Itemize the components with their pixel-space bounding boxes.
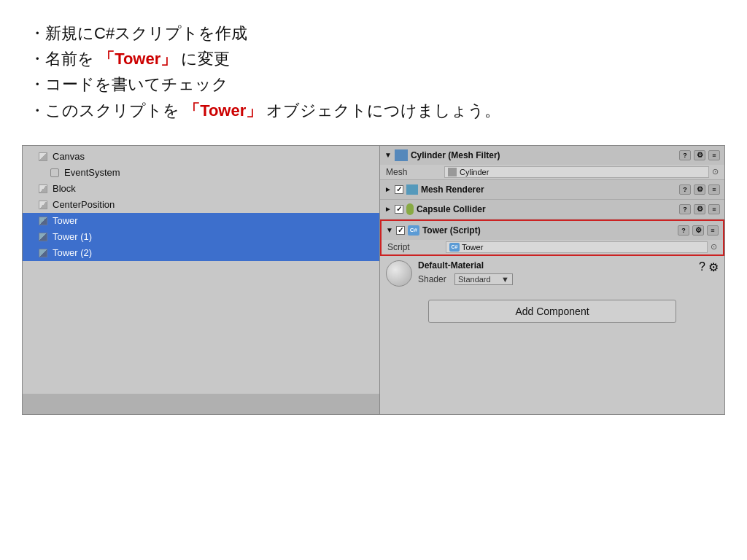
mesh-label: Mesh [386, 167, 444, 177]
mesh-renderer-icon [406, 184, 418, 195]
help-icon-mesh[interactable]: ? [679, 150, 691, 160]
cube-icon-tower1 [37, 231, 49, 243]
mesh-renderer-title: Mesh Renderer [421, 184, 484, 195]
settings-icon-capsule[interactable]: ⚙ [694, 204, 705, 214]
instruction-2: ・名前を 「Tower」 に変更 [29, 46, 718, 71]
material-ball [386, 260, 412, 287]
help-icon-renderer[interactable]: ? [679, 184, 691, 195]
hierarchy-label-eventsystem: EventSystem [64, 167, 120, 178]
gear-icon-capsule[interactable]: ≡ [708, 204, 720, 214]
cube-icon-center [37, 199, 49, 211]
gear-icon-material[interactable]: ⚙ [708, 260, 719, 274]
mesh-filter-title: Cylinder (Mesh Filter) [411, 150, 500, 160]
script-label: Script [387, 242, 446, 252]
highlight-tower-2: 「Tower」 [184, 101, 262, 120]
script-value-text: Tower [462, 243, 483, 252]
capsule-collider-section: ► ✓ Capsule Collider ? ⚙ ≡ [380, 200, 724, 219]
instruction-4: ・このスクリプトを 「Tower」 オブジェクトにつけましょう。 [29, 98, 718, 123]
collapse-arrow-capsule: ► [384, 205, 392, 213]
cube-icon [37, 151, 49, 163]
cube-icon-tower2 [37, 247, 49, 259]
instruction-3: ・コードを書いてチェック [29, 71, 718, 97]
mesh-filter-header[interactable]: ▼ Cylinder (Mesh Filter) ? ⚙ ≡ [380, 146, 724, 165]
mesh-filter-icons: ? ⚙ ≡ [679, 150, 720, 160]
mesh-extra-icon: ⊙ [712, 167, 719, 176]
tower-script-title: Tower (Script) [422, 225, 481, 236]
capsule-collider-header[interactable]: ► ✓ Capsule Collider ? ⚙ ≡ [380, 200, 724, 219]
material-info: Default-Material Shader Standard ▼ [418, 260, 693, 285]
hierarchy-label-tower: Tower [53, 215, 78, 226]
mesh-renderer-section: ► ✓ Mesh Renderer ? ⚙ ≡ [380, 180, 724, 200]
mesh-renderer-icons: ? ⚙ ≡ [679, 184, 720, 195]
hierarchy-item-tower2[interactable]: Tower (2) [23, 245, 379, 261]
script-value: C# Tower [446, 241, 708, 253]
hierarchy-list: Canvas EventSystem Block CenterPosition [23, 146, 379, 261]
help-icon-capsule[interactable]: ? [679, 204, 691, 214]
hierarchy-bottom-bar [23, 394, 379, 414]
csharp-icon: C# [408, 225, 419, 236]
capsule-collider-title: Capsule Collider [417, 204, 486, 214]
material-name: Default-Material [418, 260, 693, 271]
settings-icon-mesh[interactable]: ⚙ [694, 150, 705, 160]
hierarchy-item-tower[interactable]: Tower [23, 213, 379, 229]
hierarchy-item-canvas[interactable]: Canvas [23, 149, 379, 165]
mesh-filter-icon [395, 149, 408, 161]
hierarchy-item-centerposition[interactable]: CenterPosition [23, 197, 379, 213]
mesh-renderer-header[interactable]: ► ✓ Mesh Renderer ? ⚙ ≡ [380, 180, 724, 199]
gear-icon-mesh[interactable]: ≡ [708, 150, 720, 160]
help-icon-material[interactable]: ? [699, 260, 705, 273]
settings-icon-tower[interactable]: ⚙ [692, 225, 704, 236]
tower-script-section: ▼ ✓ C# Tower (Script) ? ⚙ ≡ Script C# To… [380, 219, 724, 256]
event-icon [49, 167, 61, 179]
capsule-collider-icons: ? ⚙ ≡ [679, 204, 720, 214]
inspector-panel: ▼ Cylinder (Mesh Filter) ? ⚙ ≡ Mesh Cyli… [380, 146, 724, 414]
hierarchy-label-tower1: Tower (1) [53, 231, 92, 242]
add-component-label: Add Component [515, 306, 589, 317]
tower-script-row: Script C# Tower ⊙ [382, 240, 723, 254]
instructions-section: ・新規にC#スクリプトを作成 ・名前を 「Tower」 に変更 ・コードを書いて… [0, 0, 747, 138]
instruction-1: ・新規にC#スクリプトを作成 [29, 20, 718, 46]
help-icon-tower[interactable]: ? [678, 225, 689, 236]
hierarchy-label-tower2: Tower (2) [53, 247, 92, 258]
hierarchy-label-centerposition: CenterPosition [53, 199, 115, 210]
mesh-value: Cylinder [444, 166, 709, 178]
add-component-button[interactable]: Add Component [428, 300, 676, 323]
hierarchy-item-eventsystem[interactable]: EventSystem [23, 165, 379, 181]
cube-icon-tower [37, 215, 49, 227]
shader-dropdown[interactable]: Standard ▼ [454, 273, 513, 285]
dropdown-arrow-icon: ▼ [501, 275, 509, 284]
script-extra-icon: ⊙ [711, 242, 717, 252]
add-component-section: Add Component [380, 291, 724, 332]
hierarchy-label-canvas: Canvas [53, 151, 85, 162]
capsule-icon [406, 203, 414, 215]
hierarchy-item-tower1[interactable]: Tower (1) [23, 229, 379, 245]
tower-script-checkbox[interactable]: ✓ [396, 226, 405, 235]
mesh-value-text: Cylinder [460, 168, 489, 176]
material-icons: ? ⚙ [699, 260, 719, 274]
cube-icon-block [37, 183, 49, 195]
unity-editor-panel: Canvas EventSystem Block CenterPosition [22, 145, 725, 415]
material-section: Default-Material Shader Standard ▼ ? ⚙ [380, 256, 724, 291]
mesh-filter-section: ▼ Cylinder (Mesh Filter) ? ⚙ ≡ Mesh Cyli… [380, 146, 724, 180]
capsule-collider-checkbox[interactable]: ✓ [395, 205, 403, 214]
tower-script-icons: ? ⚙ ≡ [678, 225, 719, 236]
hierarchy-item-block[interactable]: Block [23, 181, 379, 197]
gear-icon-renderer[interactable]: ≡ [708, 184, 720, 195]
shader-label: Shader [418, 274, 454, 284]
mesh-icon [448, 168, 457, 176]
gear-icon-tower[interactable]: ≡ [707, 225, 719, 236]
script-csharp-icon: C# [449, 243, 460, 252]
settings-icon-renderer[interactable]: ⚙ [694, 184, 705, 195]
hierarchy-panel: Canvas EventSystem Block CenterPosition [23, 146, 380, 414]
highlight-tower-1: 「Tower」 [98, 50, 177, 68]
shader-value: Standard [458, 275, 491, 284]
hierarchy-label-block: Block [53, 183, 76, 194]
collapse-arrow-mesh: ▼ [384, 151, 392, 159]
collapse-arrow-renderer: ► [384, 185, 392, 193]
collapse-arrow-tower: ▼ [386, 226, 393, 234]
shader-row: Shader Standard ▼ [418, 273, 693, 285]
mesh-filter-row: Mesh Cylinder ⊙ [380, 165, 724, 179]
mesh-renderer-checkbox[interactable]: ✓ [395, 185, 403, 194]
tower-script-header[interactable]: ▼ ✓ C# Tower (Script) ? ⚙ ≡ [382, 221, 723, 240]
